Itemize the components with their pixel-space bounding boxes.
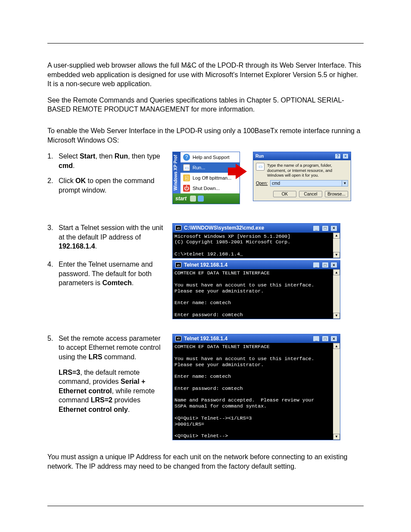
menu-item-label: Log Off bpittman... [193, 175, 231, 180]
para-3: To enable the Web Server Interface in th… [47, 126, 364, 145]
cmd-output: Microsoft Windows XP [Version 5.1.2600] … [173, 233, 333, 258]
scroll-down-icon[interactable]: ▼ [333, 434, 340, 440]
help-button-icon[interactable]: ? [335, 153, 341, 159]
open-label: Open: [256, 181, 268, 186]
row-1: 1.Select Start, then Run, then type cmd.… [47, 152, 364, 204]
step-2: 2.Click OK to open the command prompt wi… [47, 176, 168, 195]
step-4: 4.Enter the Telnet username and password… [47, 260, 168, 288]
maximize-icon[interactable]: □ [322, 225, 329, 231]
maximize-icon[interactable]: □ [322, 262, 329, 268]
dropdown-icon[interactable]: ▼ [342, 180, 348, 186]
start-menu: Windows XP Prof ? Help and Support ▭ Run… [172, 152, 240, 204]
cmd-window-title: Telnet 192.168.1.4 [184, 262, 227, 268]
maximize-icon[interactable]: □ [322, 336, 329, 342]
close-icon[interactable]: × [330, 225, 337, 231]
cmd-window-title: Telnet 192.168.1.4 [184, 336, 227, 342]
row-3: 5.Set the remote access parameter to acc… [47, 334, 364, 442]
menu-item-label: Run... [193, 165, 205, 170]
minimize-icon[interactable]: _ [313, 336, 320, 342]
menu-item-help[interactable]: ? Help and Support [181, 152, 240, 162]
scroll-down-icon[interactable]: ▼ [333, 252, 340, 258]
start-menu-side-label: Windows XP Prof [173, 152, 181, 193]
top-rule [47, 43, 364, 44]
para-1: A user-supplied web browser allows the f… [47, 61, 364, 89]
run-dialog-desc: Type the name of a program, folder, docu… [267, 163, 348, 177]
step-5-cont: LRS=3, the default remote command, provi… [47, 368, 168, 414]
step-5: 5.Set the remote access parameter to acc… [47, 334, 168, 362]
red-arrow-icon [236, 164, 247, 179]
para-4: You must assign a unique IP Address for … [47, 452, 364, 471]
close-icon[interactable]: × [330, 336, 337, 342]
step-1: 1.Select Start, then Run, then type cmd. [47, 152, 168, 170]
scroll-up-icon[interactable]: ▲ [333, 343, 340, 349]
run-dialog: Run ? × ▭ Type the name of a program, fo… [253, 152, 351, 201]
minimize-icon[interactable]: _ [313, 262, 320, 268]
cmd-icon: c\ [175, 262, 181, 268]
browse-button[interactable]: Browse... [325, 191, 348, 197]
taskbar-icon[interactable] [190, 196, 196, 202]
logoff-icon: ⍇ [183, 174, 190, 181]
taskbar-icon[interactable] [198, 196, 204, 202]
cmd-icon: c\ [175, 225, 181, 230]
shutdown-icon: ⏻ [183, 185, 190, 192]
cmd-output: COMTECH EF DATA TELNET INTERFACE You mus… [173, 269, 333, 318]
row-2: 3.Start a Telnet session with the unit a… [47, 223, 364, 321]
run-icon: ▭ [183, 164, 190, 171]
cmd-window-1: c\C:\WINDOWS\system32\cmd.exe _ □ × Micr… [172, 223, 340, 258]
cmd-window-3: c\Telnet 192.168.1.4 _ □ × COMTECH EF DA… [172, 334, 340, 440]
run-dialog-icon: ▭ [256, 163, 265, 171]
scroll-up-icon[interactable]: ▲ [333, 233, 340, 239]
bottom-rule [47, 506, 364, 506]
menu-item-label: Help and Support [193, 155, 230, 160]
step-3: 3.Start a Telnet session with the unit a… [47, 223, 168, 251]
help-icon: ? [183, 154, 190, 161]
para-2: See the Remote Commands and Queries spec… [47, 96, 364, 114]
minimize-icon[interactable]: _ [313, 225, 320, 231]
close-icon[interactable]: × [330, 262, 337, 268]
open-input[interactable] [271, 180, 342, 186]
cancel-button[interactable]: Cancel [299, 191, 322, 197]
menu-item-label: Shut Down... [193, 186, 220, 191]
scrollbar[interactable]: ▲ ▼ [333, 233, 340, 258]
cmd-window-2: c\Telnet 192.168.1.4 _ □ × COMTECH EF DA… [172, 260, 340, 319]
cmd-icon: c\ [175, 336, 181, 341]
cmd-output: COMTECH EF DATA TELNET INTERFACE You mus… [173, 343, 333, 440]
scrollbar[interactable]: ▲ ▼ [333, 343, 340, 440]
run-dialog-title: Run [255, 154, 264, 159]
scrollbar[interactable]: ▲ ▼ [333, 269, 340, 318]
taskbar: start [173, 193, 240, 204]
scroll-up-icon[interactable]: ▲ [333, 269, 340, 275]
cmd-window-title: C:\WINDOWS\system32\cmd.exe [184, 225, 264, 231]
start-button[interactable]: start [175, 196, 187, 202]
scroll-down-icon[interactable]: ▼ [333, 313, 340, 319]
ok-button[interactable]: OK [273, 191, 296, 197]
close-icon[interactable]: × [342, 153, 349, 159]
menu-item-shutdown[interactable]: ⏻ Shut Down... [181, 183, 240, 193]
